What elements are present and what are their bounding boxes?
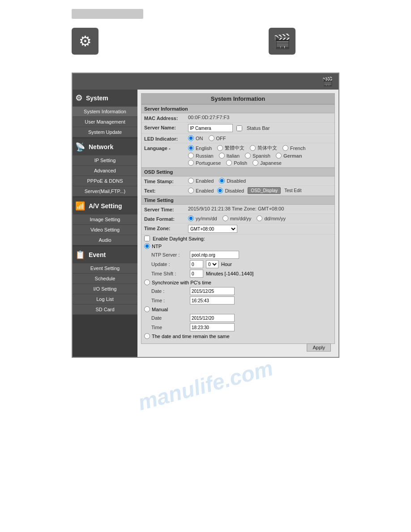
- manual-radio-label[interactable]: Manual: [144, 306, 168, 312]
- sidebar-item-log-list[interactable]: Log List: [73, 294, 137, 305]
- lang-spanish-radio[interactable]: [245, 153, 251, 159]
- ntp-radio[interactable]: [144, 243, 150, 249]
- df-yymmdd[interactable]: yy/mm/dd: [188, 215, 217, 221]
- lang-french-radio[interactable]: [283, 145, 288, 151]
- lang-portuguese[interactable]: Portuguese: [188, 160, 221, 166]
- remain-same-radio-label[interactable]: The date and time remain the same: [144, 333, 230, 339]
- df-ddmmyy-radio[interactable]: [257, 215, 262, 221]
- mac-address-label: MAC Address:: [144, 115, 184, 121]
- lang-german[interactable]: German: [276, 153, 302, 159]
- server-name-value-area: Status Bar: [188, 124, 332, 132]
- lang-russian[interactable]: Russian: [188, 153, 214, 159]
- ts-enabled-radio[interactable]: [188, 178, 194, 184]
- led-on-radio[interactable]: [188, 135, 194, 141]
- lang-german-radio[interactable]: [276, 153, 282, 159]
- sidebar-item-ip-setting[interactable]: IP Setting: [73, 155, 137, 166]
- network-section-icon: 📡: [75, 142, 85, 152]
- server-name-input[interactable]: [188, 124, 233, 132]
- ts-enabled[interactable]: Enabled: [188, 178, 214, 184]
- ntp-update-select[interactable]: 0: [206, 260, 218, 268]
- remain-same-label: The date and time remain the same: [152, 334, 230, 339]
- lang-italian[interactable]: Italian: [219, 153, 240, 159]
- text-disabled-radio[interactable]: [217, 188, 223, 193]
- sidebar-item-image-setting[interactable]: Image Setting: [73, 215, 137, 225]
- df-yymmdd-radio[interactable]: [188, 215, 194, 221]
- ntp-update-input[interactable]: [190, 260, 203, 268]
- lang-simp-chinese-radio[interactable]: [250, 145, 256, 151]
- timezone-select[interactable]: GMT+08:00: [188, 225, 237, 233]
- lang-spanish[interactable]: Spanish: [245, 153, 270, 159]
- lang-portuguese-label: Portuguese: [196, 160, 221, 166]
- sync-date-row: Date :: [151, 287, 235, 295]
- daylight-checkbox[interactable]: [144, 236, 150, 241]
- ts-disabled-radio[interactable]: [219, 178, 225, 184]
- lang-simp-chinese[interactable]: 简体中文: [250, 145, 277, 151]
- sidebar-item-system-update[interactable]: System Update: [73, 127, 137, 137]
- manual-time-input[interactable]: [190, 323, 235, 331]
- server-name-row: Server Name: Status Bar: [141, 123, 334, 134]
- osd-display-button[interactable]: OSD_Display: [248, 187, 281, 194]
- lang-polish[interactable]: Polish: [226, 160, 247, 166]
- sidebar-item-io-setting[interactable]: I/O Setting: [73, 284, 137, 294]
- lang-portuguese-radio[interactable]: [188, 160, 194, 166]
- status-bar-checkbox[interactable]: [236, 125, 242, 131]
- sync-pc-radio[interactable]: [144, 279, 150, 285]
- ntp-server-input[interactable]: [190, 251, 239, 259]
- sync-pc-radio-label[interactable]: Synchronize with PC's time: [144, 279, 211, 285]
- df-mmddyy[interactable]: mm/dd/yy: [223, 215, 252, 221]
- lang-japanese[interactable]: Japanese: [253, 160, 282, 166]
- lang-trad-chinese-label: 繁體中文: [225, 145, 244, 151]
- text-disabled[interactable]: Disabled: [217, 188, 244, 193]
- panel-film-icon: 🎬: [322, 76, 333, 87]
- ntp-server-row: NTP Server :: [151, 251, 253, 259]
- led-off-option[interactable]: OFF: [209, 135, 226, 141]
- text-enabled-label: Enabled: [196, 188, 214, 193]
- lang-french[interactable]: French: [283, 145, 305, 151]
- text-enabled-radio[interactable]: [188, 188, 194, 193]
- daylight-checkbox-label[interactable]: Enable Daylight Saving:: [144, 236, 205, 241]
- date-format-group: yy/mm/dd mm/dd/yy dd/mm/yy: [188, 215, 332, 221]
- lang-english-radio[interactable]: [188, 145, 194, 151]
- apply-button[interactable]: Apply: [307, 343, 331, 352]
- sidebar-item-user-management[interactable]: User Management: [73, 117, 137, 127]
- lang-english[interactable]: English: [188, 145, 212, 151]
- sidebar-item-system-information[interactable]: System Information: [73, 107, 137, 117]
- led-on-option[interactable]: ON: [188, 135, 203, 141]
- manual-date-input[interactable]: [190, 314, 235, 322]
- lang-italian-radio[interactable]: [219, 153, 225, 159]
- lang-japanese-radio[interactable]: [253, 160, 258, 166]
- lang-german-label: German: [283, 153, 302, 159]
- ts-disabled[interactable]: Disabled: [219, 178, 246, 184]
- lang-polish-radio[interactable]: [226, 160, 232, 166]
- sidebar-item-audio[interactable]: Audio: [73, 235, 137, 245]
- sync-date-input[interactable]: [190, 287, 235, 295]
- df-mmddyy-radio[interactable]: [223, 215, 228, 221]
- lang-russian-radio[interactable]: [188, 153, 194, 159]
- df-ddmmyy[interactable]: dd/mm/yy: [257, 215, 286, 221]
- lang-trad-chinese-radio[interactable]: [217, 145, 223, 151]
- remain-same-radio[interactable]: [144, 333, 150, 339]
- status-bar-label: Status Bar: [247, 125, 270, 131]
- sidebar-item-pppoe-ddns[interactable]: PPPoE & DDNS: [73, 176, 137, 186]
- server-time-value: 2015/9/10 21:21:38 Time Zone: GMT+08:00: [188, 206, 332, 211]
- led-off-radio[interactable]: [209, 135, 214, 141]
- sidebar-section-header-system: ⚙ System: [73, 90, 137, 107]
- panel-title: System Information: [141, 94, 334, 104]
- ntp-timeshift-input[interactable]: [190, 270, 203, 278]
- sidebar-item-video-setting[interactable]: Video Setting: [73, 225, 137, 235]
- manual-radio[interactable]: [144, 306, 150, 312]
- system-section-label: System: [86, 94, 108, 102]
- sidebar-item-advanced[interactable]: Advanced: [73, 166, 137, 176]
- sidebar-item-sd-card[interactable]: SD Card: [73, 305, 137, 315]
- sidebar-item-schedule[interactable]: Schedule: [73, 274, 137, 284]
- info-panel: System Information Server Information MA…: [141, 93, 335, 344]
- sidebar-item-event-setting[interactable]: Event Setting: [73, 263, 137, 274]
- sync-time-input[interactable]: [190, 296, 235, 305]
- main-panel: 🎬 ⚙ System System Information User Manag…: [72, 73, 339, 358]
- text-enabled[interactable]: Enabled: [188, 188, 214, 193]
- ntp-radio-label[interactable]: NTP: [144, 243, 162, 249]
- lang-japanese-label: Japanese: [260, 160, 282, 166]
- ntp-minutes-label: Minutes [-1440..1440]: [206, 271, 253, 276]
- lang-trad-chinese[interactable]: 繁體中文: [217, 145, 244, 151]
- sidebar-item-server-mail-ftp[interactable]: Server(Mail,FTP...): [73, 186, 137, 197]
